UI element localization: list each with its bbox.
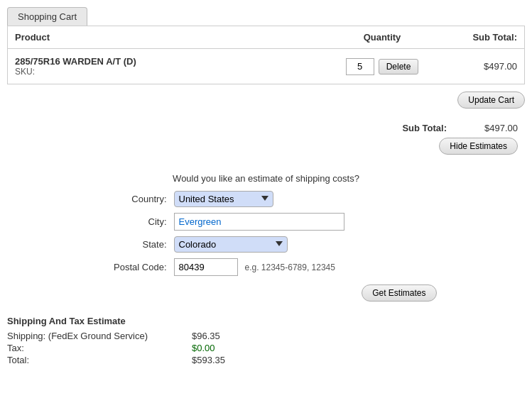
quantity-cell: Delete [332,58,432,75]
list-item: Tax:$0.00 [7,343,525,353]
cart-table: Product Quantity Sub Total: 285/75R16 WA… [7,26,525,84]
subtotal-value: $497.00 [461,123,518,133]
tab-label: Shopping Cart [18,11,77,22]
country-label: Country: [96,194,174,204]
results-row-label: Tax: [7,343,163,353]
results-row-value: $96.35 [192,331,220,341]
update-cart-button[interactable]: Update Cart [457,92,525,109]
quantity-input[interactable] [346,58,374,75]
list-item: Total:$593.35 [7,355,525,365]
state-label: State: [96,239,174,250]
state-row: State: Colorado California Texas New Yor… [96,236,437,253]
results-row-value: $593.35 [192,355,225,365]
tab-bar: Shopping Cart [0,0,532,26]
shipping-section: Would you like an estimate of shipping c… [0,173,532,302]
col-product-header: Product [15,32,332,43]
list-item: Shipping: (FedEx Ground Service)$96.35 [7,331,525,341]
delete-button[interactable]: Delete [379,59,419,74]
results-row-value: $0.00 [192,343,215,353]
city-input[interactable] [174,213,344,231]
country-control: United States Canada United Kingdom [174,191,437,207]
product-name: 285/75R16 WARDEN A/T (D) [15,56,332,67]
postal-input[interactable] [174,258,238,276]
shipping-results: Shipping And Tax Estimate Shipping: (Fed… [0,302,532,374]
cart-header: Product Quantity Sub Total: [8,26,524,49]
results-table: Shipping: (FedEx Ground Service)$96.35Ta… [7,331,525,365]
subtotal-row: Sub Total: $497.00 [7,123,525,133]
city-label: City: [96,216,174,227]
hide-estimates-button[interactable]: Hide Estimates [439,138,518,155]
shipping-form: Country: United States Canada United Kin… [7,191,525,302]
postal-label: Postal Code: [96,262,174,272]
get-estimates-button[interactable]: Get Estimates [362,284,436,302]
shopping-cart-tab[interactable]: Shopping Cart [7,7,87,26]
get-estimates-row: Get Estimates [96,284,437,302]
postal-control: e.g. 12345-6789, 12345 [174,258,437,276]
table-row: 285/75R16 WARDEN A/T (D) SKU: Delete $49… [8,49,524,84]
shipping-question: Would you like an estimate of shipping c… [7,173,525,184]
country-row: Country: United States Canada United Kin… [96,191,437,207]
state-control: Colorado California Texas New York [174,236,437,253]
col-subtotal-header: Sub Total: [432,32,517,43]
city-control [174,213,437,231]
product-sku: SKU: [15,67,332,77]
hide-estimates-row: Hide Estimates [7,138,525,155]
product-info: 285/75R16 WARDEN A/T (D) SKU: [15,56,332,77]
postal-row: Postal Code: e.g. 12345-6789, 12345 [96,258,437,276]
results-row-label: Shipping: (FedEx Ground Service) [7,331,163,341]
results-row-label: Total: [7,355,163,365]
subtotal-label: Sub Total: [402,123,447,133]
totals-section: Sub Total: $497.00 Hide Estimates [0,116,532,173]
postal-hint: e.g. 12345-6789, 12345 [245,262,335,272]
city-row: City: [96,213,437,231]
col-quantity-header: Quantity [332,32,432,43]
item-subtotal: $497.00 [432,61,517,72]
state-select[interactable]: Colorado California Texas New York [174,236,288,253]
country-select[interactable]: United States Canada United Kingdom [174,191,273,207]
update-cart-row: Update Cart [0,84,532,116]
results-title: Shipping And Tax Estimate [7,316,525,326]
